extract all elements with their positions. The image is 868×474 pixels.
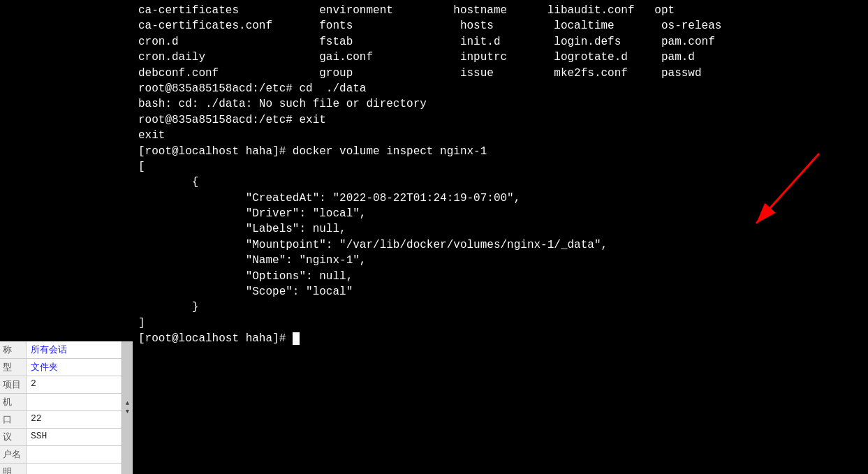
- sidebar-row-7: 明: [0, 464, 122, 474]
- terminal-line-6: bash: cd: ./data: No such file or direct…: [138, 96, 862, 112]
- terminal-line-11: {: [138, 175, 862, 190]
- terminal-line-15: "Mountpoint": "/var/lib/docker/volumes/n…: [138, 237, 862, 253]
- sidebar-value-2: 2: [27, 376, 122, 393]
- terminal-line-7: root@835a85158acd:/etc# exit: [138, 112, 862, 128]
- sidebar-row-6: 户名: [0, 446, 122, 464]
- terminal-line-8: exit: [138, 128, 862, 143]
- sidebar-row-1: 型文件夹: [0, 359, 122, 376]
- sidebar-label-5: 议: [0, 429, 27, 445]
- terminal: ca-certificates environment hostname lib…: [133, 0, 868, 474]
- sidebar-label-0: 称: [0, 341, 27, 358]
- sidebar-value-3: [27, 394, 122, 410]
- sidebar-label-3: 机: [0, 394, 27, 410]
- terminal-line-0: ca-certificates environment hostname lib…: [138, 3, 862, 18]
- terminal-cursor: [293, 332, 300, 345]
- terminal-line-12: "CreatedAt": "2022-08-22T01:24:19-07:00"…: [138, 191, 862, 206]
- sidebar: 称所有会话型文件夹项目2机口22议SSH户名明 ▲ ▼: [0, 341, 133, 474]
- sidebar-label-1: 型: [0, 359, 27, 376]
- terminal-line-10: [: [138, 159, 862, 175]
- sidebar-content: 称所有会话型文件夹项目2机口22议SSH户名明: [0, 341, 122, 474]
- terminal-line-9: [root@localhost haha]# docker volume ins…: [138, 144, 862, 159]
- sidebar-value-7: [27, 464, 122, 474]
- terminal-line-2: cron.d fstab init.d login.defs pam.conf: [138, 34, 862, 50]
- terminal-line-17: "Options": null,: [138, 269, 862, 284]
- sidebar-scrollbar[interactable]: ▲ ▼: [122, 341, 133, 474]
- terminal-line-21: [root@localhost haha]#: [138, 331, 862, 346]
- scroll-down-icon[interactable]: ▼: [126, 408, 129, 415]
- sidebar-value-1: 文件夹: [27, 359, 122, 376]
- sidebar-label-2: 项目: [0, 376, 27, 393]
- terminal-line-4: debconf.conf group issue mke2fs.conf pas…: [138, 66, 862, 81]
- sidebar-value-0: 所有会话: [27, 341, 122, 358]
- sidebar-row-5: 议SSH: [0, 429, 122, 446]
- sidebar-label-4: 口: [0, 411, 27, 428]
- sidebar-value-4: 22: [27, 411, 122, 428]
- terminal-line-3: cron.daily gai.conf inputrc logrotate.d …: [138, 50, 862, 65]
- sidebar-row-4: 口22: [0, 411, 122, 429]
- terminal-line-14: "Labels": null,: [138, 221, 862, 237]
- sidebar-row-3: 机: [0, 394, 122, 411]
- terminal-line-19: }: [138, 299, 862, 315]
- terminal-line-16: "Name": "nginx-1",: [138, 253, 862, 268]
- sidebar-value-6: [27, 446, 122, 463]
- terminal-line-13: "Driver": "local",: [138, 206, 862, 221]
- terminal-line-5: root@835a85158acd:/etc# cd ./data: [138, 81, 862, 96]
- terminal-line-18: "Scope": "local": [138, 284, 862, 299]
- sidebar-label-6: 户名: [0, 446, 27, 463]
- terminal-line-1: ca-certificates.conf fonts hosts localti…: [138, 18, 862, 34]
- sidebar-label-7: 明: [0, 464, 27, 474]
- sidebar-value-5: SSH: [27, 429, 122, 445]
- sidebar-row-2: 项目2: [0, 376, 122, 394]
- terminal-line-20: ]: [138, 316, 862, 331]
- scroll-up-icon[interactable]: ▲: [126, 400, 129, 407]
- sidebar-row-0: 称所有会话: [0, 341, 122, 359]
